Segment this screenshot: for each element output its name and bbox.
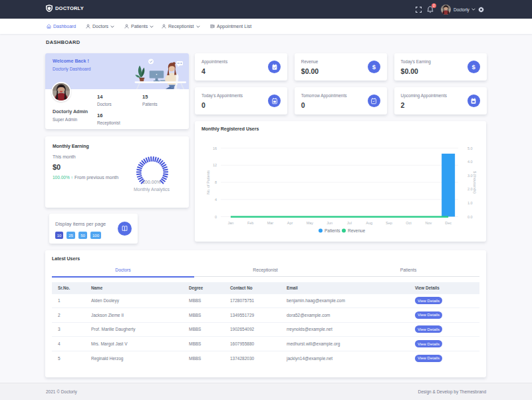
svg-text:Dec: Dec [445,221,452,225]
svg-text:3.0: 3.0 [467,174,473,178]
svg-text:8: 8 [215,180,217,184]
svg-text:Feb: Feb [247,221,253,225]
svg-text:Nov: Nov [425,221,432,225]
svg-text:0.0: 0.0 [467,215,473,219]
svg-text:Patients: Patients [325,228,340,233]
svg-text:Revenue: Revenue [348,228,365,233]
svg-text:1.0: 1.0 [467,201,473,205]
svg-text:4.0: 4.0 [467,160,473,164]
svg-text:No. of Patients: No. of Patients [206,170,210,194]
svg-text:Mar: Mar [267,221,274,225]
svg-text:$ (thousands): $ (thousands) [473,171,477,194]
svg-text:12: 12 [213,163,217,167]
svg-text:16: 16 [213,146,217,150]
svg-text:May: May [307,221,314,225]
svg-text:Oct: Oct [406,221,412,225]
svg-text:4: 4 [215,198,217,202]
svg-text:Sep: Sep [386,221,392,225]
svg-text:Jul: Jul [347,221,352,225]
svg-text:Apr: Apr [287,221,293,225]
svg-text:2.0: 2.0 [467,187,473,191]
svg-text:Aug: Aug [366,221,372,225]
svg-text:0: 0 [215,215,217,219]
svg-text:Jan: Jan [227,221,233,225]
svg-text:Jun: Jun [327,221,332,225]
svg-text:5.0: 5.0 [467,146,473,150]
